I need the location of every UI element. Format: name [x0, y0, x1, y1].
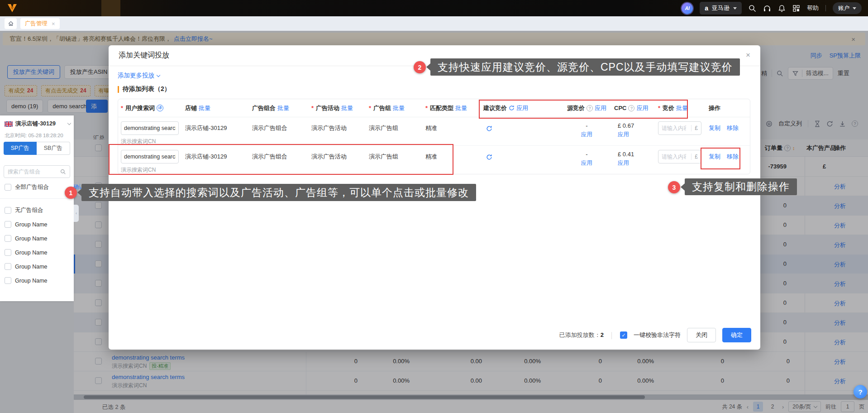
bid-batch-link[interactable]: 批量 — [676, 104, 688, 112]
tab-ad-management[interactable]: 广告管理 × — [20, 18, 60, 29]
divider — [825, 5, 826, 11]
all-portfolios-checkbox[interactable] — [5, 184, 11, 191]
cpc-apply-link[interactable]: 应用 — [618, 131, 629, 139]
copy-row-link[interactable]: 复制 — [709, 121, 720, 135]
bid-input[interactable] — [662, 154, 686, 160]
source-bid-apply-all-link[interactable]: 应用 — [595, 104, 606, 112]
shop-column-label: 店铺 — [185, 104, 197, 112]
campaign-cell[interactable]: 演示广告活动 — [309, 121, 366, 145]
refresh-suggest-bid-icon[interactable] — [486, 154, 492, 160]
keyword-input[interactable] — [121, 150, 179, 163]
help-circle-icon[interactable]: ? — [628, 105, 634, 111]
cpc-apply-all-link[interactable]: 应用 — [636, 104, 648, 112]
marketplace-switcher[interactable]: a 亚马逊 — [700, 2, 742, 14]
headset-icon[interactable] — [763, 5, 771, 12]
match-type-cell[interactable]: 精准 — [423, 150, 481, 174]
sb-ads-tab[interactable]: SB广告 — [37, 142, 70, 155]
campaign-cell[interactable]: 演示广告活动 — [309, 150, 366, 174]
topnav-item[interactable] — [44, 0, 63, 16]
refresh-suggest-bid-icon[interactable] — [486, 125, 492, 132]
tab-close-icon[interactable]: × — [52, 20, 55, 27]
portfolio-checkbox[interactable] — [5, 221, 11, 228]
topnav-item[interactable] — [196, 0, 215, 16]
portfolio-list-item[interactable]: Group Name — [5, 274, 73, 288]
shop-batch-link[interactable]: 批量 — [199, 104, 210, 112]
portfolio-list-item[interactable]: Group Name — [5, 245, 73, 259]
cpc-column-label: CPC — [614, 105, 626, 111]
portfolio-checkbox[interactable] — [5, 235, 11, 242]
topnav-item[interactable] — [63, 0, 82, 16]
bid-input[interactable] — [662, 125, 686, 131]
copy-row-link[interactable]: 复制 — [709, 150, 720, 163]
refresh-all-suggest-bids-icon[interactable] — [509, 105, 515, 111]
portfolio-cell[interactable]: 演示广告组合 — [249, 121, 309, 145]
suggest-bid-apply-all-link[interactable]: 应用 — [516, 104, 528, 112]
topnav-item[interactable] — [215, 0, 234, 16]
portfolio-checkbox[interactable] — [5, 249, 11, 256]
callout-3-tooltip: 支持复制和删除操作 — [685, 178, 797, 195]
topnav-items — [25, 0, 272, 16]
source-bid-apply-link[interactable]: 应用 — [581, 131, 592, 139]
action-column-label: 操作 — [709, 104, 720, 112]
portfolio-batch-link[interactable]: 批量 — [277, 104, 289, 112]
help-circle-icon[interactable]: ? — [587, 105, 593, 111]
portfolio-list-item[interactable]: 无广告组合 — [5, 203, 73, 217]
topnav-item[interactable] — [139, 0, 158, 16]
apps-grid-icon[interactable] — [792, 5, 800, 12]
help-link[interactable]: 帮助 — [807, 4, 819, 12]
portfolio-checkbox[interactable] — [5, 263, 11, 270]
topnav-item[interactable] — [25, 0, 44, 16]
campaign-column-label: 广告活动 — [316, 104, 339, 112]
shop-selector[interactable]: 演示店铺-30129 — [5, 120, 71, 128]
bid-input-box[interactable]: £ — [658, 150, 701, 163]
portfolio-list-item[interactable]: Group Name — [5, 231, 73, 245]
portfolio-checkbox[interactable] — [5, 277, 11, 284]
cpc-apply-link[interactable]: 应用 — [618, 159, 629, 167]
remove-row-link[interactable]: 移除 — [727, 150, 739, 163]
topnav-item[interactable] — [120, 0, 139, 16]
brand-fox-logo[interactable] — [6, 2, 18, 14]
topnav-item[interactable] — [177, 0, 196, 16]
portfolio-checkbox[interactable] — [5, 207, 11, 214]
adgroup-cell[interactable]: 演示广告组 — [366, 150, 423, 174]
source-bid-apply-link[interactable]: 应用 — [581, 159, 592, 167]
keyword-input[interactable] — [121, 121, 179, 135]
topnav-item[interactable] — [82, 0, 101, 16]
match-batch-link[interactable]: 批量 — [455, 104, 467, 112]
translate-icon[interactable]: 译 — [157, 105, 163, 111]
topnav-item[interactable] — [101, 0, 120, 16]
match-type-cell[interactable]: 精准 — [423, 121, 481, 145]
modal-footer: 已添加投放数：2 │ ✓ 一键校验非法字符 关闭 确定 — [559, 328, 751, 342]
modal-close-icon[interactable]: × — [746, 51, 750, 59]
remove-row-link[interactable]: 移除 — [727, 121, 739, 135]
adgroup-cell[interactable]: 演示广告组 — [366, 121, 423, 145]
top-navbar: AI a 亚马逊 帮助 账户 — [0, 0, 868, 16]
source-bid-value: - — [586, 122, 587, 129]
portfolio-search-input[interactable]: 搜索广告组合 — [4, 165, 70, 178]
account-menu[interactable]: 账户 — [833, 2, 862, 14]
select-all-portfolios[interactable]: 全部广告组合 — [5, 183, 49, 191]
portfolio-column-label: 广告组合 — [252, 104, 276, 112]
add-more-targets-link[interactable]: 添加更多投放 — [118, 72, 160, 80]
sp-ads-tab[interactable]: SP广告 — [4, 142, 37, 155]
validate-checkbox[interactable]: ✓ — [620, 331, 627, 339]
ai-assistant-button[interactable]: AI — [682, 3, 693, 14]
confirm-button[interactable]: 确定 — [722, 328, 751, 342]
topnav-item[interactable] — [253, 0, 272, 16]
topnav-item[interactable] — [158, 0, 177, 16]
source-bid-column-label: 源竞价 — [567, 104, 585, 112]
sidebar-collapse-handle[interactable]: ‹ — [74, 205, 79, 222]
home-tab-button[interactable] — [5, 18, 17, 29]
campaign-batch-link[interactable]: 批量 — [341, 104, 353, 112]
portfolio-list-item[interactable]: Group Name — [5, 217, 73, 231]
app-window: AI a 亚马逊 帮助 账户 广告管理 × — [0, 0, 868, 413]
notification-bell-icon[interactable] — [778, 5, 786, 12]
search-icon[interactable] — [749, 5, 756, 12]
portfolio-cell[interactable]: 演示广告组合 — [249, 150, 309, 174]
close-button[interactable]: 关闭 — [687, 328, 716, 342]
portfolio-list-item[interactable]: Group Name — [5, 259, 73, 274]
adgroup-batch-link[interactable]: 批量 — [393, 104, 405, 112]
bid-input-box[interactable]: £ — [658, 121, 701, 135]
topnav-item[interactable] — [234, 0, 253, 16]
help-floating-button[interactable]: ? — [854, 385, 867, 399]
